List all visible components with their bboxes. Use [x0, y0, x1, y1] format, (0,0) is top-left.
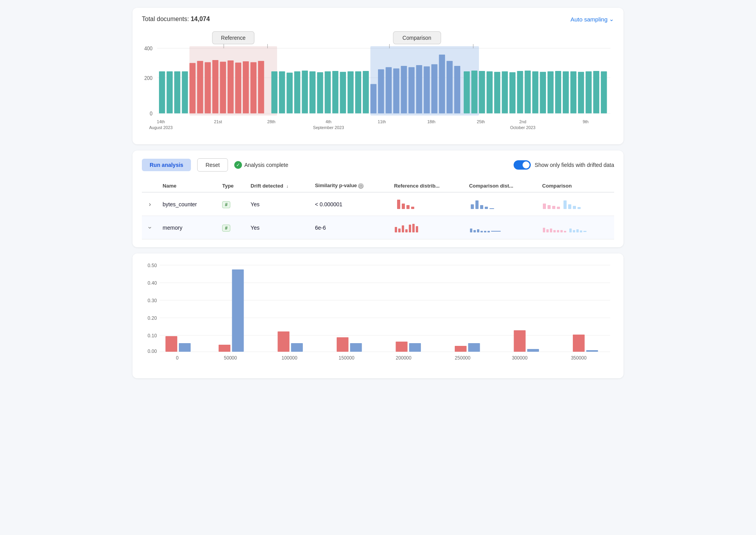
svg-rect-49 — [447, 61, 453, 113]
svg-rect-119 — [550, 229, 552, 232]
svg-text:50000: 50000 — [224, 355, 237, 361]
sort-icon: ↓ — [286, 184, 288, 188]
svg-text:25th: 25th — [477, 119, 485, 124]
svg-rect-26 — [279, 71, 285, 113]
comparison-bytes — [537, 192, 614, 216]
expand-button-memory[interactable]: › — [146, 224, 154, 231]
col-type: Type — [217, 179, 246, 192]
total-docs-label: Total documents: 14,074 — [142, 16, 210, 23]
svg-rect-108 — [412, 224, 415, 232]
svg-rect-153 — [514, 330, 525, 352]
svg-rect-47 — [431, 64, 438, 113]
svg-rect-50 — [454, 66, 460, 113]
svg-text:150000: 150000 — [339, 355, 355, 361]
svg-rect-59 — [494, 72, 500, 113]
svg-text:0.00: 0.00 — [148, 349, 157, 354]
svg-rect-114 — [484, 231, 486, 232]
svg-rect-123 — [564, 231, 566, 232]
svg-rect-99 — [563, 200, 567, 209]
svg-text:4th: 4th — [325, 119, 331, 124]
svg-text:2nd: 2nd — [519, 119, 526, 124]
svg-rect-124 — [569, 229, 572, 232]
col-ref-distrib: Reference distrib... — [389, 179, 465, 192]
svg-rect-34 — [340, 72, 346, 113]
svg-rect-120 — [553, 230, 556, 232]
svg-rect-44 — [408, 67, 415, 113]
svg-text:200000: 200000 — [396, 355, 412, 361]
svg-rect-145 — [277, 331, 289, 352]
svg-rect-29 — [302, 71, 308, 113]
svg-rect-109 — [416, 226, 418, 232]
svg-rect-71 — [586, 71, 592, 113]
svg-rect-121 — [557, 230, 559, 232]
timeline-chart: 400 200 0 — [142, 27, 614, 136]
table-row: › memory # Yes 6e-6 — [142, 216, 614, 239]
svg-rect-64 — [532, 71, 539, 113]
svg-rect-117 — [543, 228, 545, 232]
drift-table: Name Type Drift detected ↓ Similarity p-… — [142, 179, 614, 239]
svg-text:100000: 100000 — [282, 355, 298, 361]
controls-row: Run analysis Reset ✓ Analysis complete S… — [142, 158, 614, 172]
toggle-label: Show only fields with drifted data — [535, 162, 614, 168]
svg-rect-58 — [487, 71, 493, 113]
col-name: Name — [158, 179, 217, 192]
table-row: › bytes_counter # Yes < 0.000001 — [142, 192, 614, 216]
svg-rect-111 — [473, 230, 476, 232]
svg-rect-113 — [480, 231, 483, 232]
svg-text:300000: 300000 — [512, 355, 528, 361]
svg-text:0.40: 0.40 — [148, 280, 157, 286]
svg-rect-125 — [573, 230, 575, 232]
svg-rect-11 — [189, 63, 196, 113]
svg-rect-151 — [455, 346, 466, 352]
svg-rect-61 — [509, 72, 516, 113]
svg-rect-62 — [517, 71, 523, 113]
field-name-memory: memory — [158, 216, 217, 239]
svg-rect-147 — [337, 337, 348, 352]
svg-rect-17 — [235, 62, 241, 113]
toggle-row: Show only fields with drifted data — [514, 160, 614, 170]
svg-rect-65 — [540, 72, 546, 113]
svg-rect-40 — [378, 69, 384, 113]
svg-text:200: 200 — [144, 75, 152, 81]
svg-rect-16 — [228, 60, 234, 113]
run-analysis-button[interactable]: Run analysis — [142, 159, 191, 171]
svg-rect-106 — [405, 229, 408, 232]
svg-rect-101 — [573, 206, 576, 209]
svg-rect-142 — [179, 343, 191, 352]
svg-rect-33 — [332, 71, 339, 113]
svg-rect-41 — [386, 67, 392, 113]
svg-text:Reference: Reference — [221, 35, 246, 41]
svg-rect-107 — [409, 225, 411, 232]
svg-text:350000: 350000 — [571, 355, 587, 361]
svg-rect-105 — [402, 225, 404, 232]
analysis-status: ✓ Analysis complete — [234, 161, 288, 169]
col-comp-distrib: Comparison dist... — [465, 179, 538, 192]
svg-text:400: 400 — [144, 46, 152, 52]
svg-rect-72 — [593, 71, 599, 113]
svg-rect-122 — [560, 230, 563, 232]
svg-rect-18 — [243, 61, 249, 113]
svg-rect-146 — [291, 343, 303, 352]
ref-distrib-memory — [389, 216, 465, 239]
expand-button-bytes[interactable]: › — [147, 200, 153, 209]
comp-distrib-memory — [465, 216, 538, 239]
svg-rect-28 — [294, 71, 300, 113]
svg-rect-12 — [197, 61, 203, 113]
svg-rect-149 — [396, 342, 407, 352]
col-comparison: Comparison — [537, 179, 614, 192]
drift-detected-bytes: Yes — [246, 192, 310, 216]
svg-rect-126 — [576, 229, 579, 232]
reset-button[interactable]: Reset — [197, 158, 228, 172]
svg-rect-6 — [159, 71, 165, 113]
svg-text:9th: 9th — [583, 119, 588, 124]
svg-rect-100 — [568, 204, 571, 209]
svg-rect-98 — [557, 207, 560, 209]
svg-rect-19 — [251, 62, 257, 113]
drifted-fields-toggle[interactable] — [514, 160, 531, 170]
auto-sampling-button[interactable]: Auto sampling ⌄ — [571, 16, 614, 23]
svg-rect-39 — [370, 84, 376, 113]
svg-rect-35 — [348, 71, 354, 113]
svg-rect-95 — [543, 204, 546, 209]
svg-rect-32 — [325, 71, 331, 113]
svg-text:0.50: 0.50 — [148, 263, 157, 268]
